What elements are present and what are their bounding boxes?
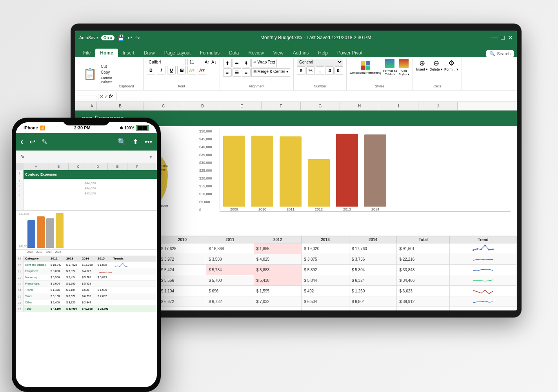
formula-input[interactable] xyxy=(118,93,516,100)
tab-view[interactable]: View xyxy=(269,49,288,57)
align-bottom-button[interactable]: ⬇ xyxy=(242,59,251,67)
cell-r2-2012[interactable]: $ 4,025 xyxy=(254,254,302,265)
tab-power-pivot[interactable]: Power Pivot xyxy=(333,49,367,57)
cell-r7-2014[interactable]: $ 2,568 xyxy=(349,307,397,311)
cell-r2-2010[interactable]: $ 3,972 xyxy=(158,254,206,265)
font-grow-icon[interactable]: A↑ xyxy=(205,60,210,64)
comma-button[interactable]: , xyxy=(316,66,324,75)
cell-r4-2014[interactable]: $ 6,324 xyxy=(349,275,397,286)
mobile-cell-r4-2013[interactable]: $ 5,700 xyxy=(65,281,80,287)
cell-utilities-2012[interactable]: $ 1,885 xyxy=(254,243,302,254)
formula-expand-icon[interactable]: ▾ xyxy=(149,154,152,160)
mobile-col-B[interactable]: B xyxy=(49,163,69,170)
mobile-cell-r5-2014[interactable]: $ 696 xyxy=(80,287,96,293)
cell-r3-2012[interactable]: $ 5,883 xyxy=(254,265,302,275)
mobile-cell-r2-2012[interactable]: $ 3,000 xyxy=(49,268,65,274)
find-button[interactable]: 🔍 xyxy=(118,138,126,146)
format-as-table-btn[interactable]: Format asTable ▾ xyxy=(383,59,397,76)
cell-r7-total[interactable]: $ 16,875 xyxy=(397,307,450,311)
mobile-cell-r1-2013[interactable]: $ 17,628 xyxy=(65,262,80,268)
copy-button[interactable]: Copy xyxy=(100,70,113,75)
mobile-cell-total-2012[interactable]: $ 43,104 xyxy=(49,306,65,312)
bold-button[interactable]: B xyxy=(147,66,155,74)
mobile-cell-r1-2014[interactable]: $ 16,368 xyxy=(80,262,96,268)
cell-r2-2014[interactable]: $ 3,756 xyxy=(349,254,397,265)
tab-insert[interactable]: Insert xyxy=(118,49,139,57)
mobile-cell-r6-2013[interactable]: $ 6,672 xyxy=(65,293,80,299)
col-header-D[interactable]: D xyxy=(183,102,222,110)
cell-r2-total[interactable]: $ 22,216 xyxy=(397,254,450,265)
col-header-H[interactable]: H xyxy=(340,102,379,110)
cell-r7-2013[interactable]: $ 2,556 xyxy=(302,307,349,311)
font-name-input[interactable] xyxy=(147,59,186,65)
more-button[interactable]: ••• xyxy=(145,138,152,146)
align-left-button[interactable]: ≡ xyxy=(223,68,232,77)
mobile-cell-r2-2013[interactable]: $ 3,972 xyxy=(65,268,80,274)
cell-r6-total[interactable]: $ 39,912 xyxy=(397,296,450,307)
mobile-cell-r1-2012[interactable]: $ 18,840 xyxy=(49,262,65,268)
align-middle-button[interactable]: ⬅ xyxy=(233,59,241,67)
align-right-button[interactable]: ≡ xyxy=(242,68,251,77)
edit-button[interactable]: ✎ xyxy=(42,138,47,146)
cell-utilities-total[interactable]: $ 91,501 xyxy=(397,243,450,254)
increase-decimal-button[interactable]: .0 xyxy=(325,66,334,75)
delete-btn[interactable]: ⊖ Delete ▾ xyxy=(429,59,443,71)
insert-btn[interactable]: ⊕ Insert ▾ xyxy=(416,59,428,71)
tab-home[interactable]: Home xyxy=(95,49,118,57)
wrap-text-button[interactable]: ↵ Wrap Text xyxy=(251,59,277,67)
mobile-cell-r6-2014[interactable]: $ 6,732 xyxy=(80,293,96,299)
mobile-col-D[interactable]: D xyxy=(88,163,108,170)
maximize-icon[interactable]: □ xyxy=(501,34,505,41)
mobile-cell-r5-2012[interactable]: $ 1,476 xyxy=(49,287,65,293)
fill-color-button[interactable]: A▾ xyxy=(187,66,196,74)
cell-r5-2011[interactable]: $ 696 xyxy=(206,286,254,296)
font-shrink-icon[interactable]: A↓ xyxy=(211,60,216,64)
align-center-button[interactable]: ☰ xyxy=(233,68,241,77)
cell-r6-2012[interactable]: $ 7,032 xyxy=(254,296,302,307)
back-button[interactable]: ‹ xyxy=(20,137,23,147)
col-header-I[interactable]: I xyxy=(379,102,418,110)
col-header-B[interactable]: B xyxy=(97,102,144,110)
col-header-F[interactable]: F xyxy=(262,102,301,110)
tab-file[interactable]: File xyxy=(78,49,95,57)
format-painter-button[interactable]: Format Painter xyxy=(100,76,113,84)
percent-button[interactable]: % xyxy=(306,66,315,75)
mobile-col-F[interactable]: F xyxy=(127,163,147,170)
cell-r6-2010[interactable]: $ 6,672 xyxy=(158,296,206,307)
col-header-E[interactable]: E xyxy=(222,102,262,110)
minimize-icon[interactable]: — xyxy=(491,34,498,41)
cell-r3-2011[interactable]: $ 5,784 xyxy=(206,265,254,275)
mobile-cell-r6-2015[interactable]: $ 7,032 xyxy=(96,293,112,299)
undo-icon[interactable]: ↩ xyxy=(127,34,132,41)
cell-r4-2011[interactable]: $ 5,700 xyxy=(206,275,254,286)
close-icon[interactable]: ✕ xyxy=(508,34,513,42)
cell-r7-2012[interactable]: $ 2,847 xyxy=(254,307,302,311)
cell-ref-box[interactable] xyxy=(77,96,96,97)
cell-r3-2013[interactable]: $ 5,892 xyxy=(302,265,349,275)
font-color-button[interactable]: A▾ xyxy=(198,66,206,74)
font-size-input[interactable] xyxy=(187,59,203,65)
number-format-select[interactable]: General xyxy=(297,59,343,65)
currency-button[interactable]: $ xyxy=(297,66,305,75)
share-button[interactable]: ⬆ xyxy=(133,138,138,146)
tab-addins[interactable]: Add-ins xyxy=(288,49,314,57)
cell-r4-total[interactable]: $ 34,466 xyxy=(397,275,450,286)
mobile-col-E[interactable]: E xyxy=(108,163,127,170)
cell-r5-2012[interactable]: $ 1,595 xyxy=(254,286,302,296)
cell-r3-total[interactable]: $ 33,843 xyxy=(397,265,450,275)
cell-r3-2014[interactable]: $ 5,304 xyxy=(349,265,397,275)
cell-r2-2011[interactable]: $ 3,588 xyxy=(206,254,254,265)
decrease-decimal-button[interactable]: 0. xyxy=(334,66,343,75)
italic-button[interactable]: I xyxy=(157,66,165,74)
cell-r5-2010[interactable]: $ 1,104 xyxy=(158,286,206,296)
col-header-A[interactable]: A xyxy=(87,102,97,110)
mobile-cell-r2-2014[interactable]: $ 4,025 xyxy=(80,268,96,274)
cell-r6-2011[interactable]: $ 6,732 xyxy=(206,296,254,307)
borders-button[interactable]: ⊞ xyxy=(177,66,186,74)
mobile-cell-r7-2013[interactable]: $ 3,720 xyxy=(65,299,80,305)
mobile-cell-r3-2013[interactable]: $ 5,424 xyxy=(65,274,80,280)
mobile-cell-total-2013[interactable]: $ 43,080 xyxy=(65,306,80,312)
cell-styles-btn[interactable]: CellStyles ▾ xyxy=(398,59,409,76)
cell-r5-total[interactable]: $ 6,623 xyxy=(397,286,450,296)
cell-r4-2012[interactable]: $ 5,438 xyxy=(254,275,302,286)
